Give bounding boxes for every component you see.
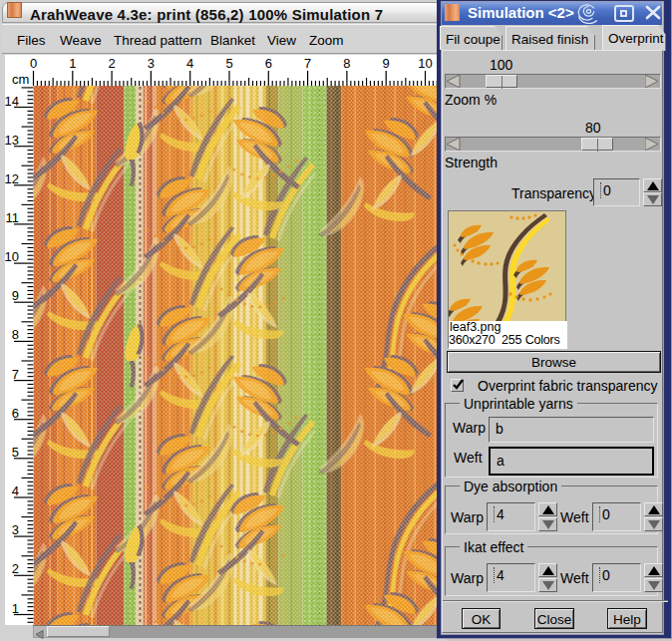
svg-text:10: 10 (5, 249, 19, 264)
svg-text:0: 0 (30, 56, 37, 71)
svg-text:1: 1 (12, 601, 19, 616)
svg-text:4: 4 (12, 483, 19, 498)
svg-text:9: 9 (12, 288, 19, 303)
svg-text:6: 6 (265, 56, 272, 71)
svg-text:8: 8 (12, 327, 19, 342)
svg-text:12: 12 (5, 171, 19, 186)
svg-text:cm: cm (12, 72, 29, 87)
svg-text:2: 2 (108, 56, 115, 71)
svg-text:14: 14 (5, 94, 19, 109)
svg-text:13: 13 (5, 133, 19, 148)
svg-text:11: 11 (6, 210, 20, 225)
svg-text:4: 4 (186, 56, 193, 71)
svg-text:5: 5 (225, 56, 232, 71)
svg-text:9: 9 (383, 56, 390, 71)
svg-text:10: 10 (418, 56, 432, 71)
svg-text:1: 1 (69, 56, 76, 71)
svg-text:7: 7 (304, 56, 311, 71)
svg-text:3: 3 (148, 56, 155, 71)
svg-text:7: 7 (12, 367, 19, 382)
svg-text:8: 8 (343, 56, 350, 71)
svg-text:6: 6 (12, 406, 19, 421)
svg-text:3: 3 (12, 522, 19, 537)
svg-text:5: 5 (12, 445, 19, 460)
svg-text:2: 2 (12, 561, 19, 576)
